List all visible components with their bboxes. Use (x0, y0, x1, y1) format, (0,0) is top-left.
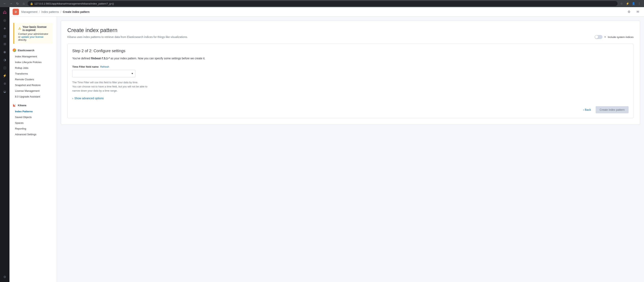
content-with-sidebar: ⚠ Your basic license is expired Contact … (10, 17, 644, 282)
page-subtitle: Kibana uses index patterns to retrieve d… (67, 35, 634, 39)
time-filter-label: Time Filter field name Refresh (72, 65, 628, 68)
content-panel: Create index pattern Kibana uses index p… (61, 21, 640, 125)
create-index-pattern-button[interactable]: Create index pattern (596, 106, 628, 113)
warning-icon: ⚠ (18, 27, 21, 31)
mail-btn[interactable]: ✉ (634, 9, 641, 15)
elastic-logo (13, 48, 16, 52)
browser-icons-right: ☆ ⚡ 👤 ⋮ (619, 1, 642, 6)
main-area: D Management / Index patterns / Create i… (10, 7, 644, 282)
breadcrumb: Management / Index patterns / Create ind… (21, 10, 90, 14)
time-filter-select[interactable] (72, 70, 136, 77)
refresh-link[interactable]: Refresh (100, 65, 109, 68)
browser-back-btn[interactable]: ← (2, 1, 7, 6)
sidebar-item-remote-clusters[interactable]: Remote Clusters (10, 77, 57, 82)
left-sidebar: ⚠ Your basic license is expired Contact … (10, 17, 57, 282)
include-system-indices-control: ✕ Include system indices (595, 35, 634, 39)
breadcrumb-index-patterns[interactable]: Index patterns (42, 10, 59, 14)
warning-text: Contact your administrator or update you… (18, 32, 49, 41)
help-text: The Time Filter will use this field to f… (72, 80, 628, 93)
chevron-left-icon: ‹ (583, 108, 584, 111)
step-footer: ‹ Back Create index pattern (72, 106, 628, 113)
rail-icon-apm[interactable]: ⚡ (1, 72, 8, 79)
back-button[interactable]: ‹ Back (581, 107, 593, 113)
lock-icon: 🔒 (30, 2, 33, 5)
chevron-right-icon: › (72, 97, 73, 100)
sidebar-item-snapshot-restore[interactable]: Snapshot and Restore (10, 82, 57, 88)
profile-icon-btn[interactable]: 👤 (631, 1, 636, 6)
kibana-logo-icon (13, 103, 16, 107)
rail-icon-canvas[interactable]: ⊞ (1, 40, 8, 48)
rail-icon-visualize[interactable]: ◈ (1, 25, 8, 32)
toggle-knob (595, 35, 598, 39)
extensions-icon-btn[interactable]: ⚡ (625, 1, 630, 6)
rail-icon-uptime[interactable]: ⊛ (1, 80, 8, 87)
sidebar-item-spaces[interactable]: Spaces (10, 120, 57, 126)
rail-icon-discover[interactable]: ◎ (1, 17, 8, 24)
sidebar-item-rollup-jobs[interactable]: Rollup Jobs (10, 65, 57, 71)
sidebar-item-upgrade-assistant[interactable]: 8.0 Upgrade Assistant (10, 94, 57, 99)
rail-icon-ml[interactable]: ◑ (1, 56, 8, 63)
rail-icon-siem[interactable]: ◒ (1, 88, 8, 95)
browser-home-btn[interactable]: ⌂ (21, 1, 26, 6)
url-text: 127.0.0.1:5601/app/kibana#/management/ki… (34, 2, 114, 5)
step-title: Step 2 of 2: Configure settings (72, 49, 628, 53)
sidebar-item-index-patterns[interactable]: Index Patterns (10, 109, 57, 114)
browser-refresh-btn[interactable]: ↻ (15, 1, 20, 6)
sidebar-item-transforms[interactable]: Transforms (10, 71, 57, 77)
browser-forward-btn[interactable]: → (9, 1, 14, 6)
time-filter-select-wrapper: ▼ (72, 70, 136, 77)
kibana-logo: D (13, 9, 19, 15)
kibana-section-header: Kibana (10, 102, 57, 109)
license-warning-banner: ⚠ Your basic license is expired Contact … (14, 23, 53, 44)
address-bar[interactable]: 🔒 127.0.0.1:5601/app/kibana#/management/… (28, 1, 618, 6)
page-title: Create index pattern (67, 27, 634, 33)
menu-icon-btn[interactable]: ⋮ (637, 1, 642, 6)
step-description: You've defined filebeat-7.5.1-* as your … (72, 56, 628, 61)
breadcrumb-sep-2: / (60, 10, 61, 14)
browser-bar: ← → ↻ ⌂ 🔒 127.0.0.1:5601/app/kibana#/man… (0, 0, 644, 7)
sidebar-item-advanced-settings[interactable]: Advanced Settings (10, 131, 57, 137)
sidebar-item-reporting[interactable]: Reporting (10, 126, 57, 131)
sidebar-item-license-management[interactable]: License Management (10, 88, 57, 94)
breadcrumb-management[interactable]: Management (21, 10, 38, 14)
main-content: Create index pattern Kibana uses index p… (57, 17, 644, 282)
show-advanced-options-btn[interactable]: › Show advanced options (72, 97, 104, 100)
breadcrumb-current: Create index pattern (63, 10, 90, 14)
rail-icon-settings[interactable]: ⚙ (1, 273, 8, 280)
pattern-value: filebeat-7.5.1-* (91, 57, 110, 60)
update-license-link[interactable]: update your license (21, 35, 44, 38)
rail-icon-dashboard[interactable]: ▤ (1, 32, 8, 40)
rail-icon-maps[interactable]: ◉ (1, 48, 8, 55)
app-container: ◎ ◈ ▤ ⊞ ◉ ◑ ◫ ⚡ ⊛ ◒ ⚙ D Management / Ind… (0, 7, 644, 282)
elasticsearch-section-header: Elasticsearch (10, 47, 57, 54)
include-system-label: Include system indices (608, 36, 634, 39)
sidebar-item-index-management[interactable]: Index Management (10, 54, 57, 59)
kibana-header: D Management / Index patterns / Create i… (10, 7, 644, 17)
warning-title: ⚠ Your basic license is expired (18, 25, 49, 32)
settings-btn[interactable]: ⚙ (626, 9, 632, 15)
rail-icon-graph[interactable]: ◫ (1, 64, 8, 71)
toggle-x-icon: ✕ (604, 36, 606, 38)
sidebar-item-saved-objects[interactable]: Saved Objects (10, 114, 57, 120)
icon-rail: ◎ ◈ ▤ ⊞ ◉ ◑ ◫ ⚡ ⊛ ◒ ⚙ (0, 7, 10, 282)
bookmarks-icon-btn[interactable]: ☆ (619, 1, 624, 6)
include-system-toggle[interactable] (595, 35, 602, 39)
step-card: Step 2 of 2: Configure settings You've d… (67, 44, 634, 118)
sidebar-item-index-lifecycle[interactable]: Index Lifecycle Policies (10, 59, 57, 65)
breadcrumb-sep-1: / (39, 10, 40, 14)
rail-icon-home[interactable] (1, 9, 8, 16)
